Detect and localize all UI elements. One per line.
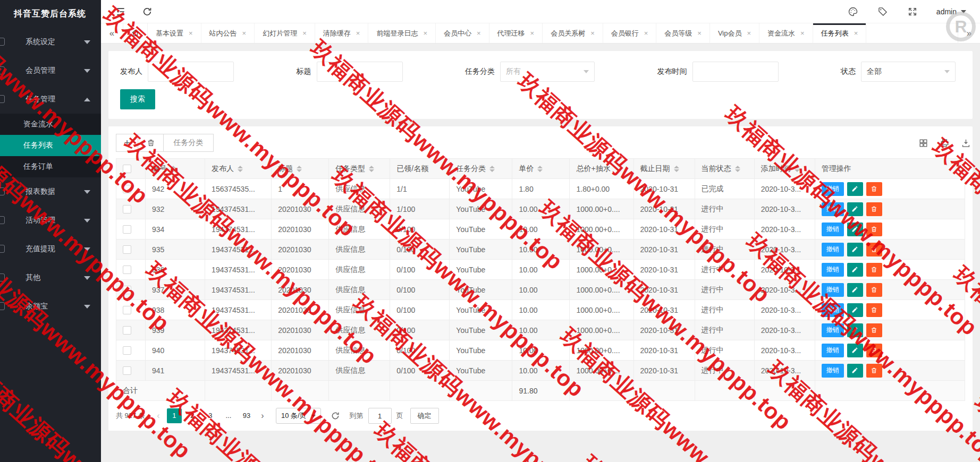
- row-checkbox[interactable]: [123, 306, 131, 314]
- revoke-button[interactable]: 撤销: [822, 283, 844, 297]
- tab-close-icon[interactable]: ×: [189, 29, 193, 37]
- page-number[interactable]: 2: [185, 408, 200, 423]
- revoke-button[interactable]: 撤销: [822, 182, 844, 196]
- tab[interactable]: 资金流水×: [759, 23, 813, 43]
- delete-button[interactable]: [866, 263, 882, 277]
- sort-icon[interactable]: [489, 166, 495, 172]
- tab-close-icon[interactable]: ×: [242, 29, 247, 37]
- tab[interactable]: 前端登录日志×: [368, 23, 436, 43]
- delete-button[interactable]: [866, 243, 882, 256]
- edit-button[interactable]: [847, 303, 863, 317]
- delete-button[interactable]: [866, 344, 882, 357]
- sort-icon[interactable]: [735, 166, 740, 172]
- page-number[interactable]: 3: [203, 408, 218, 423]
- tab[interactable]: 站内公告×: [201, 23, 255, 43]
- edit-button[interactable]: [847, 182, 863, 196]
- tab-close-icon[interactable]: ×: [800, 29, 805, 37]
- goto-page-input[interactable]: [368, 408, 392, 424]
- tab-close-icon[interactable]: ×: [644, 29, 648, 37]
- select-all-checkbox[interactable]: [123, 165, 131, 173]
- task-category-button[interactable]: 任务分类: [164, 134, 214, 152]
- tab[interactable]: 清除缓存×: [315, 23, 369, 43]
- delete-button[interactable]: [866, 223, 882, 236]
- sidebar-subitem[interactable]: 任务订单: [0, 156, 101, 177]
- revoke-button[interactable]: 撤销: [822, 243, 844, 256]
- delete-selected-button[interactable]: [138, 134, 164, 152]
- row-checkbox[interactable]: [123, 266, 131, 274]
- prev-page-icon[interactable]: ‹: [151, 411, 165, 421]
- tab[interactable]: 会员等级×: [656, 23, 710, 43]
- field-input[interactable]: [317, 62, 403, 82]
- tab[interactable]: 幻灯片管理×: [255, 23, 315, 43]
- tab[interactable]: 会员银行×: [603, 23, 657, 43]
- sort-icon[interactable]: [674, 166, 679, 172]
- fullscreen-icon[interactable]: [907, 6, 918, 18]
- print-icon[interactable]: [939, 137, 950, 149]
- row-checkbox[interactable]: [123, 205, 131, 213]
- sidebar-item[interactable]: 会员管理: [0, 56, 101, 85]
- sidebar-item[interactable]: 余额宝: [0, 292, 101, 321]
- tab-close-icon[interactable]: ×: [530, 29, 535, 37]
- tab-close-icon[interactable]: ×: [747, 29, 751, 37]
- edit-button[interactable]: [847, 223, 863, 236]
- tab[interactable]: 会员关系树×: [543, 23, 603, 43]
- tab[interactable]: 代理迁移×: [489, 23, 543, 43]
- sort-icon[interactable]: [297, 166, 302, 172]
- refresh-icon[interactable]: [141, 6, 153, 18]
- tab-close-icon[interactable]: ×: [423, 29, 427, 37]
- sidebar-subitem[interactable]: 任务列表: [0, 135, 101, 156]
- field-input[interactable]: [692, 62, 779, 82]
- columns-grid-icon[interactable]: [917, 137, 929, 149]
- user-menu[interactable]: admin: [936, 7, 966, 16]
- edit-button[interactable]: [847, 364, 863, 378]
- tab-close-icon[interactable]: ×: [477, 29, 481, 37]
- revoke-button[interactable]: 撤销: [822, 344, 844, 357]
- delete-button[interactable]: [866, 303, 882, 317]
- tab-close-icon[interactable]: ×: [854, 29, 858, 37]
- sidebar-item[interactable]: 任务管理: [0, 85, 101, 114]
- delete-button[interactable]: [866, 283, 882, 297]
- revoke-button[interactable]: 撤销: [822, 364, 844, 378]
- sort-icon[interactable]: [171, 166, 176, 172]
- tab-close-icon[interactable]: ×: [590, 29, 595, 37]
- search-button[interactable]: 搜索: [120, 89, 155, 109]
- sidebar-item[interactable]: 活动管理: [0, 206, 101, 235]
- revoke-button[interactable]: 撤销: [822, 323, 844, 337]
- home-tab[interactable]: [123, 23, 148, 43]
- row-checkbox[interactable]: [123, 326, 131, 335]
- export-icon[interactable]: [960, 137, 971, 149]
- tab-close-icon[interactable]: ×: [697, 29, 702, 37]
- revoke-button[interactable]: 撤销: [822, 202, 844, 216]
- reload-table-icon[interactable]: [330, 410, 341, 422]
- sort-icon[interactable]: [537, 166, 543, 172]
- sidebar-item[interactable]: 其他: [0, 263, 101, 292]
- delete-button[interactable]: [866, 364, 882, 378]
- edit-button[interactable]: [847, 263, 863, 277]
- delete-button[interactable]: [866, 202, 882, 216]
- revoke-button[interactable]: 撤销: [822, 263, 844, 277]
- confirm-button[interactable]: 确定: [410, 408, 439, 424]
- revoke-button[interactable]: 撤销: [822, 303, 844, 317]
- tabs-scroll-left[interactable]: «: [101, 23, 123, 43]
- page-number[interactable]: 1: [167, 408, 182, 423]
- next-page-icon[interactable]: ›: [256, 411, 269, 421]
- row-checkbox[interactable]: [123, 225, 131, 234]
- row-checkbox[interactable]: [123, 366, 131, 375]
- tab[interactable]: 基本设置×: [148, 23, 201, 43]
- tab[interactable]: Vip会员×: [710, 23, 759, 43]
- collapse-menu-icon[interactable]: [115, 6, 126, 18]
- sidebar-item[interactable]: 系统设定: [0, 28, 101, 56]
- page-size-select[interactable]: 10 条/页: [276, 408, 321, 424]
- field-input[interactable]: [148, 62, 234, 82]
- theme-palette-icon[interactable]: [847, 6, 859, 18]
- sort-icon[interactable]: [795, 166, 800, 172]
- page-number[interactable]: 93: [239, 408, 254, 423]
- tabs-scroll-right[interactable]: »: [958, 23, 980, 43]
- add-task-button[interactable]: +: [116, 134, 138, 152]
- tab-close-icon[interactable]: ×: [356, 29, 360, 37]
- field-select[interactable]: 全部: [861, 62, 956, 82]
- sidebar-subitem[interactable]: 资金流水: [0, 114, 101, 135]
- row-checkbox[interactable]: [123, 286, 131, 294]
- row-checkbox[interactable]: [123, 245, 131, 254]
- delete-button[interactable]: [866, 323, 882, 337]
